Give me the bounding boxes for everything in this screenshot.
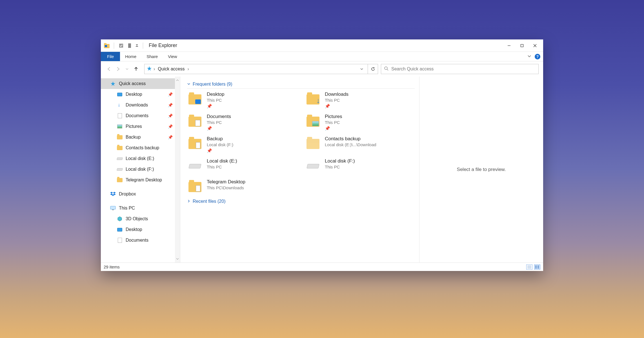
- sidebar-quick-access[interactable]: Quick access: [101, 78, 180, 89]
- frequent-folders-grid: DesktopThis PC📌 ↓ DownloadsThis PC📌 Docu…: [187, 92, 415, 195]
- sidebar-item-pictures[interactable]: Pictures📌: [101, 121, 180, 132]
- svg-marker-10: [147, 66, 152, 71]
- item-name: Pictures: [325, 114, 342, 119]
- tab-file[interactable]: File: [101, 52, 120, 61]
- sidebar-item-label: Local disk (E:): [126, 156, 154, 161]
- svg-rect-5: [136, 46, 138, 47]
- svg-rect-21: [535, 267, 537, 268]
- sidebar-item-pc-desktop[interactable]: Desktop: [101, 224, 180, 235]
- scroll-down-icon[interactable]: [176, 256, 179, 261]
- folder-tile[interactable]: DesktopThis PC📌: [187, 92, 297, 109]
- address-bar[interactable]: › Quick access ›: [144, 64, 368, 74]
- maximize-button[interactable]: [516, 41, 528, 50]
- view-details-button[interactable]: [526, 264, 532, 270]
- sidebar-item-local-disk-f[interactable]: Local disk (F:): [101, 164, 180, 175]
- svg-rect-14: [110, 206, 116, 209]
- folder-icon: ↓: [305, 92, 321, 107]
- pin-icon: 📌: [168, 114, 173, 118]
- nav-up-button[interactable]: [132, 65, 140, 73]
- pin-icon: 📌: [207, 104, 224, 109]
- qat-newfolder-icon[interactable]: [126, 43, 133, 49]
- sidebar-item-label: Downloads: [126, 103, 148, 108]
- breadcrumb-separator-icon[interactable]: ›: [187, 66, 189, 72]
- search-box[interactable]: [381, 64, 539, 74]
- tab-view[interactable]: View: [163, 52, 182, 61]
- section-label: Recent files (20): [193, 199, 226, 204]
- pin-icon: 📌: [207, 126, 231, 131]
- help-button[interactable]: ?: [535, 54, 540, 59]
- address-dropdown-icon[interactable]: [358, 67, 365, 71]
- folder-tile[interactable]: Local disk (E:)This PC: [187, 158, 297, 174]
- pin-icon: 📌: [168, 124, 173, 129]
- section-recent-files[interactable]: Recent files (20): [187, 197, 415, 206]
- folder-tile[interactable]: Local disk (F:)This PC: [305, 158, 415, 174]
- monitor-icon: [117, 91, 123, 97]
- sidebar-this-pc[interactable]: This PC: [101, 203, 180, 214]
- sidebar-item-label: 3D Objects: [126, 216, 148, 221]
- view-large-icons-button[interactable]: [534, 264, 540, 270]
- section-label: Frequent folders (9): [193, 82, 232, 87]
- sidebar-scrollbar[interactable]: [175, 77, 180, 263]
- item-name: Backup: [207, 136, 233, 142]
- svg-point-11: [385, 67, 387, 70]
- sidebar-dropbox[interactable]: Dropbox: [101, 189, 180, 199]
- folder-tile[interactable]: BackupLocal disk (F:)📌: [187, 136, 297, 153]
- sidebar-item-telegram[interactable]: Telegram Desktop: [101, 175, 180, 185]
- item-location: This PC: [207, 164, 237, 169]
- folder-tile[interactable]: PicturesThis PC📌: [305, 114, 415, 131]
- sidebar-item-pc-documents[interactable]: Documents: [101, 235, 180, 246]
- sidebar-item-documents[interactable]: Documents📌: [101, 110, 180, 121]
- pin-icon: 📌: [325, 126, 342, 131]
- sidebar-item-local-disk-e[interactable]: Local disk (E:): [101, 153, 180, 164]
- folder-icon: [117, 177, 123, 183]
- search-input[interactable]: [391, 66, 536, 72]
- chevron-right-icon: [187, 199, 190, 204]
- disk-icon: [305, 158, 321, 174]
- svg-rect-1: [104, 43, 106, 45]
- scroll-up-icon[interactable]: [176, 78, 179, 83]
- item-name: Telegram Desktop: [207, 179, 245, 185]
- tab-home[interactable]: Home: [120, 52, 141, 61]
- close-button[interactable]: [528, 41, 541, 50]
- disk-icon: [117, 155, 123, 162]
- pin-icon: 📌: [168, 103, 173, 107]
- qat-properties-icon[interactable]: [118, 43, 124, 49]
- item-location: This PC: [207, 98, 224, 103]
- sidebar-item-downloads[interactable]: Downloads📌: [101, 100, 180, 110]
- breadcrumb-quick-access[interactable]: Quick access: [157, 66, 186, 72]
- document-icon: [117, 113, 123, 119]
- dropbox-icon: [110, 191, 116, 197]
- cube-icon: [117, 216, 123, 222]
- sidebar-item-3d-objects[interactable]: 3D Objects: [101, 214, 180, 224]
- pc-icon: [110, 205, 116, 211]
- window-title: File Explorer: [149, 43, 177, 48]
- monitor-icon: [117, 226, 123, 233]
- item-name: Contacts backup: [325, 136, 376, 142]
- disk-icon: [187, 158, 203, 174]
- tab-share[interactable]: Share: [141, 52, 163, 61]
- folder-icon: [187, 136, 203, 152]
- sidebar-item-desktop[interactable]: Desktop📌: [101, 89, 180, 100]
- content-pane: Frequent folders (9) DesktopThis PC📌 ↓ D…: [180, 77, 419, 263]
- folder-tile[interactable]: Telegram DesktopThis PC\Downloads: [187, 179, 297, 195]
- section-frequent-folders[interactable]: Frequent folders (9): [187, 80, 415, 89]
- nav-recent-dropdown[interactable]: [123, 65, 131, 73]
- sidebar-item-backup[interactable]: Backup📌: [101, 132, 180, 143]
- refresh-button[interactable]: [368, 64, 378, 74]
- item-count: 29 items: [104, 264, 120, 269]
- item-location: This PC: [325, 98, 348, 103]
- nav-back-button[interactable]: [105, 65, 113, 73]
- item-name: Documents: [207, 114, 231, 119]
- qat-dropdown-icon[interactable]: [135, 43, 139, 49]
- folder-tile[interactable]: ↓ DownloadsThis PC📌: [305, 92, 415, 109]
- minimize-button[interactable]: [503, 41, 516, 50]
- sidebar-item-label: Contacts backup: [126, 145, 159, 150]
- folder-tile[interactable]: Contacts backupLocal disk (E:)\...\Downl…: [305, 136, 415, 153]
- sidebar-item-contacts-backup[interactable]: Contacts backup: [101, 143, 180, 153]
- svg-rect-22: [538, 267, 539, 268]
- folder-tile[interactable]: DocumentsThis PC📌: [187, 114, 297, 131]
- pin-icon: 📌: [207, 148, 233, 153]
- ribbon-expand-icon[interactable]: [527, 54, 531, 59]
- nav-forward-button[interactable]: [114, 65, 122, 73]
- quick-access-star-icon: [147, 66, 152, 72]
